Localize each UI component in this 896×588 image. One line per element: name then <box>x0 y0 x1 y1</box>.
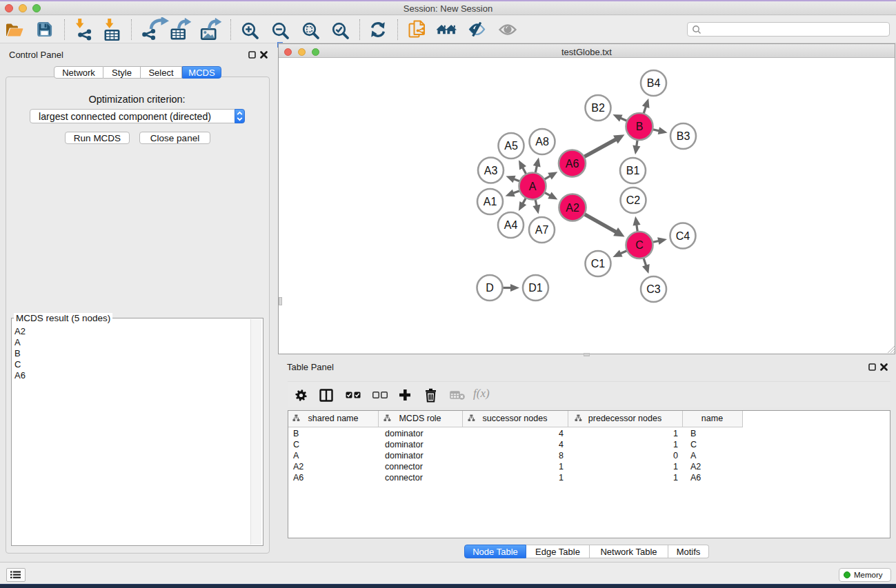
svg-text:A4: A4 <box>504 219 518 231</box>
svg-text:A7: A7 <box>535 224 549 236</box>
svg-text:C1: C1 <box>591 258 606 270</box>
svg-text:D: D <box>486 282 494 294</box>
svg-text:B: B <box>636 121 644 132</box>
svg-text:A3: A3 <box>484 165 498 176</box>
svg-text:B4: B4 <box>647 77 661 89</box>
svg-text:A: A <box>529 181 537 192</box>
svg-text:A1: A1 <box>484 196 497 207</box>
svg-text:C: C <box>635 239 644 251</box>
svg-text:A6: A6 <box>566 158 579 170</box>
svg-text:B1: B1 <box>626 165 640 176</box>
svg-text:B3: B3 <box>677 130 690 142</box>
svg-text:C3: C3 <box>646 283 661 295</box>
svg-text:A8: A8 <box>535 136 549 148</box>
svg-text:B2: B2 <box>591 102 605 114</box>
svg-text:D1: D1 <box>528 282 543 294</box>
svg-text:C4: C4 <box>676 230 690 242</box>
svg-text:A2: A2 <box>566 202 579 214</box>
svg-text:A5: A5 <box>504 140 518 152</box>
svg-text:C2: C2 <box>626 194 641 206</box>
